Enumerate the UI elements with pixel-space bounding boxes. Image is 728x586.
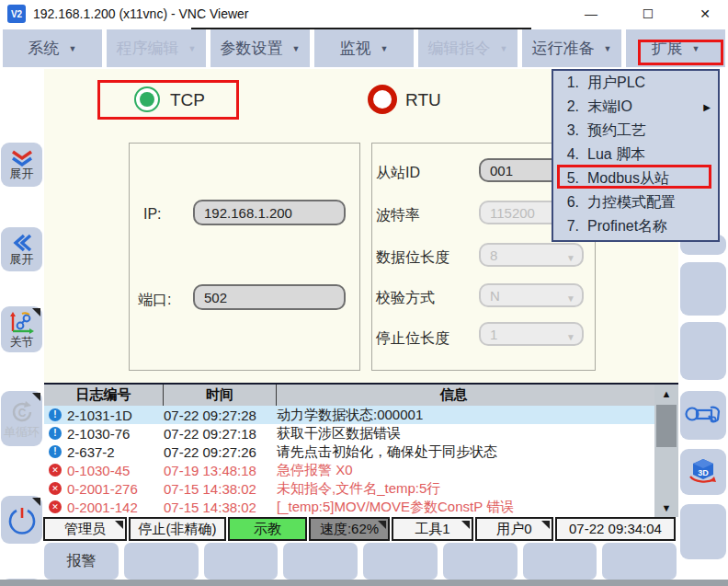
menu-system-label: 系统 <box>28 38 60 59</box>
status-datetime: 07-22 09:34:04 <box>555 517 676 541</box>
double-chevron-down-icon <box>10 150 34 167</box>
log-message: 请先点击初始化，确保处于同步状态 <box>277 443 654 461</box>
close-button[interactable]: ✕ <box>684 0 726 28</box>
menu-extension-label: 扩展 <box>652 38 683 59</box>
alarm-button[interactable]: 报警 <box>44 543 119 580</box>
chevron-down-icon: ▼ <box>604 44 612 53</box>
log-time: 07-19 13:48:18 <box>164 463 277 478</box>
menu-item-lua-script[interactable]: 4. Lua 脚本 <box>553 143 718 167</box>
bottom-button-empty[interactable] <box>443 543 518 580</box>
status-run-state: 停止(非精确) <box>129 517 226 541</box>
item-label: Modbus从站 <box>587 169 669 189</box>
menu-bar: 系统 ▼ 程序编辑 ▼ 参数设置 ▼ 监视 ▼ 编辑指令 ▼ 运行准备 ▼ 扩展… <box>0 29 728 67</box>
view-3d-button[interactable]: 3D <box>680 449 726 495</box>
bottom-button-empty[interactable] <box>602 543 677 580</box>
port-input[interactable]: 502 <box>193 284 346 310</box>
menu-system[interactable]: 系统 ▼ <box>3 29 102 67</box>
menu-program-edit: 程序编辑 ▼ <box>107 29 206 67</box>
tcp-radio[interactable] <box>134 86 160 112</box>
ip-input[interactable]: 192.168.1.200 <box>193 200 346 225</box>
menu-item-reserved-process[interactable]: 3. 预约工艺 <box>553 119 718 143</box>
port-label: 端口: <box>138 291 171 310</box>
log-message: 获取干涉区数据错误 <box>277 425 654 442</box>
rtu-radio[interactable] <box>368 85 397 114</box>
menu-run-prepare[interactable]: 运行准备 ▼ <box>522 29 621 67</box>
error-icon: ✕ <box>49 464 62 477</box>
menu-item-modbus-slave[interactable]: 5. Modbus从站 <box>553 167 718 190</box>
log-scrollbar[interactable]: ▲ ▼ <box>654 385 678 517</box>
item-label: Profinet名称 <box>587 217 667 236</box>
log-id: 0-2001-276 <box>67 481 164 497</box>
status-user-role[interactable]: 管理员 <box>43 517 127 541</box>
log-row[interactable]: ✕ 0-2001-142 07-15 14:38:02 [_temp:5]MOV… <box>44 498 654 516</box>
right-rail-button-empty[interactable] <box>680 504 726 559</box>
power-button[interactable] <box>1 496 42 544</box>
item-number: 4. <box>553 146 579 163</box>
menu-extension[interactable]: 扩展 ▼ <box>626 29 725 67</box>
item-label: 末端IO <box>587 98 632 117</box>
ip-label: IP: <box>143 206 162 223</box>
stop-bits-label: 停止位长度 <box>376 329 449 349</box>
teach-pendant-button[interactable] <box>680 391 726 440</box>
menu-item-end-io[interactable]: 2. 末端IO ▶ <box>553 95 718 119</box>
chevron-down-icon: ▼ <box>566 290 575 308</box>
item-number: 5. <box>553 170 579 187</box>
maximize-button[interactable]: ☐ <box>627 0 669 28</box>
minimize-button[interactable]: — <box>570 0 612 28</box>
menu-param-settings[interactable]: 参数设置 ▼ <box>210 29 310 67</box>
window-title: 192.168.1.200 (x11vnc) - VNC Viewer <box>33 6 249 21</box>
log-message: 动力学数据状态:000001 <box>277 407 654 424</box>
svg-text:3D: 3D <box>698 468 709 477</box>
menu-monitor[interactable]: 监视 ▼ <box>314 29 414 67</box>
status-tool[interactable]: 工具1 <box>392 517 473 541</box>
cycle-arrow-icon: C <box>9 399 35 425</box>
bottom-button-empty[interactable] <box>283 543 358 580</box>
menu-program-edit-label: 程序编辑 <box>117 38 179 59</box>
log-row[interactable]: ✕ 0-1030-45 07-19 13:48:18 急停报警 X0 <box>44 461 654 479</box>
log-time: 07-22 09:27:18 <box>164 426 277 442</box>
log-row[interactable]: ! 2-1031-1D 07-22 09:27:28 动力学数据状态:00000… <box>44 406 654 424</box>
tcp-radio-label: TCP <box>170 90 205 110</box>
bottom-button-empty[interactable] <box>523 543 597 580</box>
bottom-button-empty[interactable] <box>124 543 199 580</box>
scroll-down-icon[interactable]: ▼ <box>654 499 678 517</box>
right-rail-button-empty[interactable] <box>680 322 726 380</box>
scrollbar-thumb[interactable] <box>656 405 677 447</box>
double-chevron-left-icon <box>11 234 33 252</box>
menu-item-user-plc[interactable]: 1. 用户PLC <box>553 71 718 95</box>
right-rail-button-empty[interactable] <box>680 262 726 316</box>
status-user-frame[interactable]: 用户0 <box>475 517 553 541</box>
log-table-header: 日志编号 时间 信息 <box>44 385 678 406</box>
menu-item-profinet-name[interactable]: 7. Profinet名称 <box>553 214 718 238</box>
item-number: 2. <box>553 98 579 115</box>
log-time: 07-15 14:38:02 <box>164 500 277 515</box>
item-number: 1. <box>553 75 579 91</box>
error-icon: ✕ <box>49 482 62 495</box>
bottom-button-empty[interactable] <box>363 543 438 580</box>
status-speed[interactable]: 速度:62% <box>309 517 390 541</box>
log-row[interactable]: ! 2-1030-76 07-22 09:27:18 获取干涉区数据错误 <box>44 424 654 442</box>
bottom-button-empty[interactable] <box>204 543 279 580</box>
data-bits-label: 数据位长度 <box>376 248 449 268</box>
bottom-button-bar: 报警 <box>44 543 677 580</box>
joint-coordinate-button[interactable]: 关节 <box>1 306 42 352</box>
chevron-down-icon: ▼ <box>500 44 508 53</box>
menu-monitor-label: 监视 <box>340 38 371 59</box>
slave-id-label: 从站ID <box>376 164 420 183</box>
item-number: 7. <box>553 218 579 235</box>
cube-3d-icon: 3D <box>685 456 722 488</box>
info-icon: ! <box>49 445 62 458</box>
log-row[interactable]: ! 2-637-2 07-22 09:27:26 请先点击初始化，确保处于同步状… <box>44 442 654 461</box>
log-row[interactable]: ✕ 0-2001-276 07-15 14:38:02 未知指令,文件名_tem… <box>44 479 654 498</box>
scroll-up-icon[interactable]: ▲ <box>654 385 678 403</box>
expand-left-button[interactable]: 展开 <box>1 227 42 271</box>
expand-down-button[interactable]: 展开 <box>1 143 42 187</box>
single-cycle-button[interactable]: C 单循环 <box>1 391 42 446</box>
item-number: 3. <box>553 122 579 139</box>
log-table: 日志编号 时间 信息 ! 2-1031-1D 07-22 09:27:28 动力… <box>44 383 678 515</box>
menu-param-settings-label: 参数设置 <box>221 38 283 59</box>
menu-item-force-control-config[interactable]: 6. 力控模式配置 <box>553 190 718 214</box>
item-label: 预约工艺 <box>587 121 646 141</box>
vnc-logo-icon: V2 <box>7 5 26 23</box>
parity-label: 校验方式 <box>376 289 435 308</box>
